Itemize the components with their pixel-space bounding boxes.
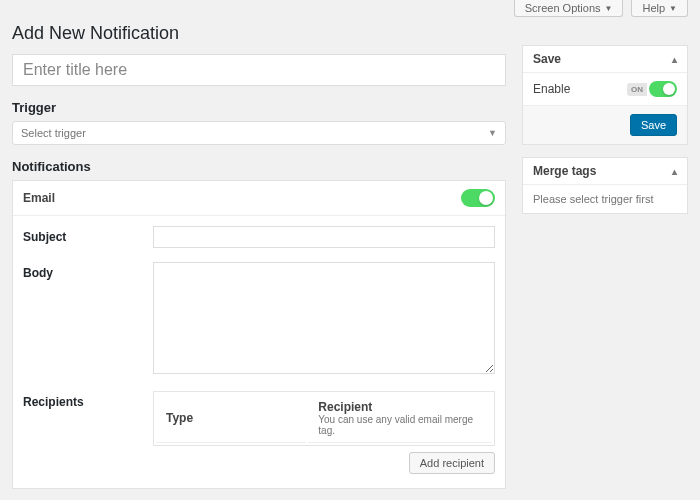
save-box: Save ▴ Enable ON Save (522, 45, 688, 145)
caret-down-icon: ▼ (605, 4, 613, 13)
save-box-title: Save (533, 52, 561, 66)
body-textarea[interactable] (153, 262, 495, 374)
trigger-heading: Trigger (12, 100, 506, 115)
merge-tags-box: Merge tags ▴ Please select trigger first (522, 157, 688, 214)
email-label: Email (23, 191, 55, 205)
page-title: Add New Notification (12, 17, 506, 54)
trigger-select[interactable]: Select trigger ▼ (12, 121, 506, 145)
toggle-knob (479, 191, 493, 205)
add-recipient-button[interactable]: Add recipient (409, 452, 495, 474)
subject-input[interactable] (153, 226, 495, 248)
merge-tags-title: Merge tags (533, 164, 596, 178)
enable-toggle[interactable] (649, 81, 677, 97)
col-type-header: Type (156, 394, 306, 443)
on-badge: ON (627, 83, 647, 96)
body-label: Body (23, 262, 153, 280)
trigger-select-placeholder: Select trigger (21, 127, 86, 139)
merge-tags-placeholder: Please select trigger first (533, 193, 653, 205)
collapse-icon[interactable]: ▴ (672, 54, 677, 65)
help-button[interactable]: Help ▼ (631, 0, 688, 17)
subject-label: Subject (23, 226, 153, 244)
email-toggle[interactable] (461, 189, 495, 207)
col-recipient-header: Recipient You can use any valid email me… (308, 394, 492, 443)
caret-down-icon: ▼ (488, 128, 497, 138)
enable-label: Enable (533, 82, 570, 96)
caret-down-icon: ▼ (669, 4, 677, 13)
screen-options-button[interactable]: Screen Options ▼ (514, 0, 624, 17)
screen-options-label: Screen Options (525, 2, 601, 14)
save-button[interactable]: Save (630, 114, 677, 136)
collapse-icon[interactable]: ▴ (672, 166, 677, 177)
email-notification-box: Email Subject Body (12, 180, 506, 489)
recipients-table: Type Recipient You can use any valid ema… (153, 391, 495, 446)
notification-title-input[interactable] (12, 54, 506, 86)
help-label: Help (642, 2, 665, 14)
recipients-label: Recipients (23, 391, 153, 409)
notifications-heading: Notifications (12, 159, 506, 174)
toggle-knob (663, 83, 675, 95)
